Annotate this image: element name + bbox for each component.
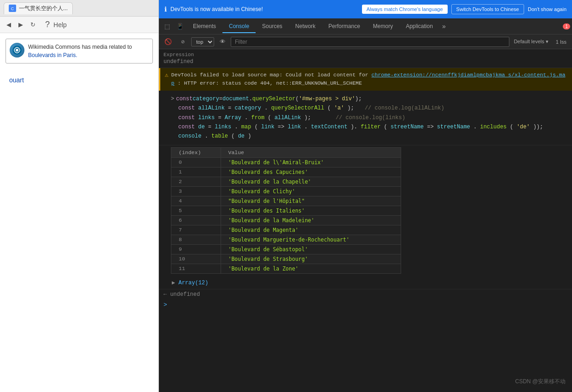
table-row: 7'Boulevard de Magenta' — [171, 225, 401, 235]
code-line-4: const links = Array . from ( allALink ); — [171, 113, 311, 122]
code-line-6: // console.log(links) — [328, 113, 405, 122]
tab-memory[interactable]: Memory — [367, 20, 399, 32]
console-toolbar: 🚫 ⊘ top 👁 Default levels ▾ 1 Iss — [159, 35, 572, 49]
prompt-arrow-1: > — [171, 94, 174, 104]
svg-text:C: C — [11, 6, 14, 11]
table-cell-value: 'Boulevard des Capucines' — [221, 167, 401, 177]
code-line-8: console . table ( de ) — [171, 132, 251, 141]
code-line-1: > const category = document . querySelec… — [171, 94, 567, 104]
filter-icon[interactable]: ⊘ — [176, 35, 189, 48]
commons-logo — [12, 45, 23, 56]
code-line-2: const allALink = category . querySelecto… — [171, 104, 354, 113]
table-cell-index: 9 — [171, 244, 221, 254]
warning-icon: ⚠ — [165, 71, 169, 79]
console-table: (index) Value 0'Boulevard de l\'Amiral-B… — [171, 147, 401, 274]
console-result: undefined — [159, 289, 572, 300]
table-row: 4"Boulevard de l'Hôpital" — [171, 196, 401, 206]
expression-undefined: undefined — [163, 58, 567, 65]
info-icon: ℹ — [164, 6, 167, 13]
table-cell-value: 'Boulevard de la Madeleine' — [221, 215, 401, 225]
table-cell-value: 'Boulevard de Sébastopol' — [221, 244, 401, 254]
table-row: 0'Boulevard de l\'Amiral-Bruix' — [171, 157, 401, 167]
table-row: 3'Boulevard de Clichy' — [171, 186, 401, 196]
filter-input[interactable] — [231, 37, 509, 47]
table-cell-index: 0 — [171, 157, 221, 167]
table-cell-index: 4 — [171, 196, 221, 206]
tab-sources[interactable]: Sources — [256, 20, 289, 32]
table-cell-index: 1 — [171, 167, 221, 177]
switch-chinese-button[interactable]: Switch DevTools to Chinese — [451, 4, 524, 14]
table-cell-value: 'Boulevard de la Chapelle' — [221, 177, 401, 186]
table-cell-index: 6 — [171, 215, 221, 225]
browser-toolbar: ◀ ▶ ↻ ? Help — [0, 17, 158, 33]
table-cell-value: 'Boulevard Marguerite-de-Rochechouart' — [221, 235, 401, 244]
browser-tab[interactable]: C 一气贯长空的个人... — [4, 2, 73, 14]
commons-text-before: Wikimedia Commons has media related to — [28, 44, 132, 50]
watermark: CSDN @安果移不动 — [515, 378, 566, 386]
tab-performance[interactable]: Performance — [322, 20, 367, 32]
more-tabs-button[interactable]: » — [439, 23, 449, 30]
table-header-value: Value — [221, 147, 401, 157]
table-cell-value: 'Boulevard de Strasbourg' — [221, 254, 401, 264]
dismiss-button[interactable]: Don't show again — [528, 6, 566, 12]
code-line-3: // console.log(allALink) — [357, 104, 444, 113]
console-content[interactable]: Expression undefined ⚠ DevTools failed t… — [159, 49, 572, 392]
device-icon[interactable]: 📱 — [174, 20, 187, 33]
refresh-button[interactable]: ↻ — [28, 20, 38, 30]
devtools-notification-bar: ℹ DevTools is now available in Chinese! … — [159, 0, 572, 18]
tab-network[interactable]: Network — [289, 20, 322, 32]
badge-count: 1 — [563, 23, 570, 29]
match-language-button[interactable]: Always match Chrome's language — [362, 5, 448, 14]
wiki-sidebar-box: Wikimedia Commons has media related to B… — [6, 39, 153, 63]
eye-icon[interactable]: 👁 — [216, 35, 229, 48]
svg-point-3 — [16, 49, 18, 52]
expression-label: Expression — [163, 52, 567, 58]
page-content: Wikimedia Commons has media related to B… — [0, 33, 158, 392]
help-label: Help — [53, 21, 67, 29]
tab-title: 一气贯长空的个人... — [19, 5, 68, 12]
devtools-tabs: ⬚ 📱 Elements Console Sources Network Per… — [159, 18, 572, 35]
table-cell-index: 5 — [171, 206, 221, 215]
table-row: 10'Boulevard de Strasbourg' — [171, 254, 401, 264]
table-row: 6'Boulevard de la Madeleine' — [171, 215, 401, 225]
code-line-7: const de = links . map ( link => link . … — [171, 122, 543, 132]
table-cell-index: 3 — [171, 186, 221, 196]
tab-console[interactable]: Console — [222, 20, 256, 33]
table-cell-value: 'Boulevard des Italiens' — [221, 206, 401, 215]
input-prompt-arrow: > — [163, 301, 167, 308]
table-row: 2'Boulevard de la Chapelle' — [171, 177, 401, 186]
table-cell-index: 7 — [171, 225, 221, 235]
issues-button[interactable]: 1 Iss — [553, 38, 569, 46]
default-levels-button[interactable]: Default levels ▾ — [511, 38, 551, 46]
tab-application[interactable]: Application — [399, 20, 439, 32]
tab-bar: C 一气贯长空的个人... — [0, 0, 158, 17]
clear-console-button[interactable]: 🚫 — [162, 35, 175, 48]
expression-section: Expression undefined — [159, 49, 572, 68]
table-cell-value: 'Boulevard de Magenta' — [221, 225, 401, 235]
table-cell-index: 8 — [171, 235, 221, 244]
commons-icon — [10, 43, 24, 58]
forward-button[interactable]: ▶ — [16, 20, 26, 30]
table-header-index: (index) — [171, 147, 221, 157]
table-row: 11'Boulevard de la Zone' — [171, 264, 401, 273]
table-cell-index: 11 — [171, 264, 221, 273]
question-icon: ? — [45, 20, 50, 29]
table-row: 5'Boulevard des Italiens' — [171, 206, 401, 215]
tab-elements[interactable]: Elements — [187, 20, 222, 32]
table-row: 9'Boulevard de Sébastopol' — [171, 244, 401, 254]
console-prompt-line[interactable]: > — [159, 300, 572, 310]
cursor-icon[interactable]: ⬚ — [161, 20, 174, 33]
wiki-commons-text: Wikimedia Commons has media related to B… — [28, 43, 132, 59]
table-cell-value: 'Boulevard de la Zone' — [221, 264, 401, 273]
help-button[interactable]: Help — [53, 21, 67, 29]
commons-link[interactable]: Boulevards in Paris. — [28, 52, 77, 58]
table-cell-index: 2 — [171, 177, 221, 186]
code-line-5 — [314, 113, 325, 122]
warning-text: DevTools failed to load source map: Coul… — [171, 71, 567, 88]
notification-message: DevTools is now available in Chinese! — [170, 6, 358, 12]
array-summary[interactable]: Array(12) — [159, 277, 572, 289]
table-cell-value: 'Boulevard de Clichy' — [221, 186, 401, 196]
back-button[interactable]: ◀ — [4, 20, 14, 30]
table-row: 1'Boulevard des Capucines' — [171, 167, 401, 177]
scope-selector[interactable]: top — [191, 37, 214, 46]
